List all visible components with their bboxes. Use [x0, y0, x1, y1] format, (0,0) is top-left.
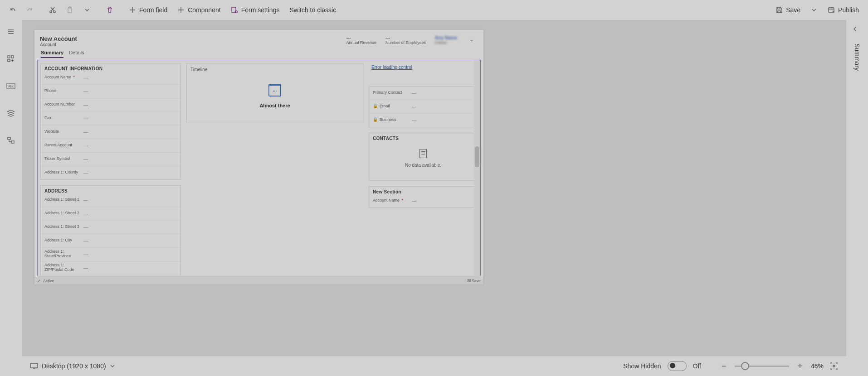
- field-value: ---: [412, 198, 416, 203]
- zoom-slider-thumb[interactable]: [741, 362, 749, 370]
- header-metric-employees[interactable]: --- Number of Employees: [385, 35, 426, 45]
- undo-button[interactable]: [5, 2, 21, 18]
- save-label: Save: [786, 6, 800, 14]
- form-title: New Account: [40, 35, 77, 42]
- delete-button[interactable]: [102, 2, 118, 18]
- redo-button: [22, 2, 38, 18]
- form-scrollbar[interactable]: [474, 60, 480, 276]
- form-column-left: ACCOUNT INFORMATIONAccount Name *---Phon…: [40, 63, 181, 273]
- save-chevron[interactable]: [806, 2, 822, 18]
- svg-text:Abc: Abc: [8, 85, 14, 88]
- expand-properties-button[interactable]: [852, 25, 863, 36]
- form-field[interactable]: Address 1: State/Province---: [41, 247, 180, 261]
- error-loading-link[interactable]: Error loading control: [369, 63, 478, 72]
- form-field[interactable]: Address 1: Street 2---: [41, 207, 180, 220]
- form-column-right: Error loading control Primary Contact---…: [369, 63, 478, 273]
- form-header[interactable]: New Account Account --- Annual Revenue -…: [34, 30, 483, 47]
- header-metric-owner[interactable]: Any Name Owner: [435, 35, 457, 45]
- form-field[interactable]: Address 1: Street 1---: [41, 193, 180, 207]
- svg-point-15: [833, 365, 835, 367]
- zoom-slider[interactable]: [735, 366, 789, 367]
- viewport-selector[interactable]: Desktop (1920 x 1080): [30, 362, 115, 370]
- tab-body-selected[interactable]: ACCOUNT INFORMATIONAccount Name *---Phon…: [37, 60, 481, 276]
- form-field[interactable]: Phone---: [41, 84, 180, 98]
- zoom-value: 46%: [811, 362, 824, 370]
- scrollbar-thumb[interactable]: [475, 146, 479, 167]
- section-contacts[interactable]: CONTACTS No data available.: [369, 133, 478, 181]
- form-field[interactable]: Address 1: Street 3---: [41, 220, 180, 234]
- form-field[interactable]: Parent Account---: [41, 139, 180, 152]
- form-settings-button[interactable]: Form settings: [226, 2, 284, 18]
- form-field[interactable]: Address 1: ZIP/Postal Code---: [41, 261, 180, 275]
- layers-button[interactable]: [4, 106, 18, 121]
- form-column-middle: Timeline ••• Almost there: [186, 63, 363, 273]
- section-account-information[interactable]: ACCOUNT INFORMATIONAccount Name *---Phon…: [40, 63, 181, 180]
- cut-button[interactable]: [44, 2, 61, 18]
- field-label: Account Name *: [373, 198, 412, 203]
- form-field[interactable]: 🔒Business---: [369, 113, 477, 127]
- hamburger-button[interactable]: [4, 24, 18, 39]
- field-value: ---: [83, 265, 88, 270]
- zoom-in-button[interactable]: +: [795, 362, 805, 371]
- grid-icon: [7, 55, 15, 63]
- svg-rect-13: [11, 141, 14, 143]
- chevron-down-icon: [83, 6, 91, 14]
- form-field[interactable]: Website---: [41, 125, 180, 139]
- tab-details[interactable]: Details: [69, 50, 84, 58]
- zoom-out-button[interactable]: −: [719, 362, 728, 371]
- form-field[interactable]: Account Name *---: [369, 194, 477, 207]
- form-field[interactable]: 🔒Email---: [369, 100, 477, 113]
- field-label-button[interactable]: Abc: [4, 79, 18, 93]
- field-label: Account Number: [44, 102, 83, 107]
- header-chevron[interactable]: ⌄: [469, 35, 474, 43]
- design-canvas[interactable]: New Account Account --- Annual Revenue -…: [22, 20, 846, 356]
- form-field[interactable]: Account Name *---: [41, 71, 180, 84]
- form-preview[interactable]: New Account Account --- Annual Revenue -…: [34, 30, 483, 284]
- section-address[interactable]: ADDRESSAddress 1: Street 1---Address 1: …: [40, 185, 181, 276]
- more-paste-chevron[interactable]: [79, 2, 95, 18]
- show-hidden-toggle[interactable]: [668, 361, 687, 371]
- footer-status: Active: [43, 279, 54, 283]
- tab-summary[interactable]: Summary: [41, 50, 63, 58]
- tree-icon: [7, 136, 15, 145]
- add-form-field-label: Form field: [139, 6, 167, 14]
- form-settings-icon: [231, 6, 238, 14]
- trash-icon: [106, 6, 113, 14]
- form-field[interactable]: Address 1: City---: [41, 234, 180, 247]
- svg-point-1: [54, 11, 55, 13]
- form-field[interactable]: Ticker Symbol---: [41, 152, 180, 166]
- section-title: ACCOUNT INFORMATION: [41, 63, 180, 71]
- form-entity-label: Account: [40, 42, 77, 47]
- form-field[interactable]: Primary Contact---: [369, 87, 477, 100]
- switch-classic-button[interactable]: Switch to classic: [285, 2, 341, 18]
- clipboard-icon: [66, 6, 73, 14]
- header-metric-annual-revenue[interactable]: --- Annual Revenue: [346, 35, 376, 45]
- publish-button[interactable]: Publish: [823, 2, 863, 18]
- hamburger-icon: [7, 28, 15, 35]
- timeline-control[interactable]: Timeline ••• Almost there: [186, 63, 363, 123]
- fit-to-screen-button[interactable]: [830, 362, 838, 370]
- show-hidden-state: Off: [693, 362, 701, 370]
- section-primary-contact[interactable]: Primary Contact---🔒Email---🔒Business---: [369, 86, 478, 127]
- components-button[interactable]: [4, 52, 18, 66]
- add-component-button[interactable]: Component: [173, 2, 225, 18]
- section-new-section[interactable]: New SectionAccount Name *---: [369, 186, 478, 208]
- form-field[interactable]: Fax---: [41, 111, 180, 125]
- save-button[interactable]: Save: [771, 2, 805, 18]
- footer-expand-icon[interactable]: ⤢: [37, 279, 41, 283]
- section-title: CONTACTS: [369, 133, 477, 141]
- field-label: Ticker Symbol: [44, 157, 83, 161]
- form-field[interactable]: Address 1: Country/Region---: [41, 275, 180, 276]
- add-form-field-button[interactable]: Form field: [124, 2, 172, 18]
- field-label: Account Name *: [44, 75, 83, 80]
- section-error-control[interactable]: Error loading control: [369, 63, 478, 81]
- scissors-icon: [49, 6, 56, 14]
- tree-button[interactable]: [4, 133, 18, 148]
- form-field[interactable]: Account Number---: [41, 98, 180, 111]
- field-value: ---: [83, 252, 88, 257]
- footer-save-icon[interactable]: 🖫: [467, 279, 471, 283]
- field-value: ---: [83, 116, 88, 121]
- form-field[interactable]: Address 1: County---: [41, 166, 180, 179]
- field-value: ---: [83, 170, 88, 175]
- add-component-label: Component: [188, 6, 220, 14]
